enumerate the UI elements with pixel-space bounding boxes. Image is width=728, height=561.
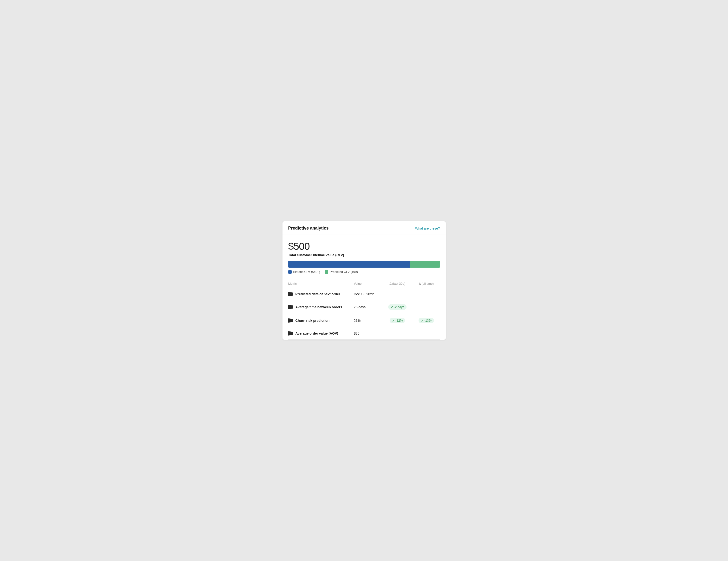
- metric-delta-alltime: [413, 300, 440, 314]
- arrow-icon: ↗: [392, 319, 394, 322]
- metrics-table: Metric Value Δ (last 30d) Δ (all-time) P…: [288, 279, 440, 340]
- metric-name-cell: Churn risk prediction: [288, 314, 352, 327]
- th-delta-30d: Δ (last 30d): [382, 279, 413, 288]
- metric-delta-alltime: ↗ -13%: [413, 314, 440, 327]
- table-row: Churn risk prediction 21% ↗ -12% ↗ -13: [288, 314, 440, 327]
- progress-historic-segment: [288, 261, 410, 268]
- legend-label-historic: Historic CLV ($401): [293, 270, 320, 274]
- metric-value: $35: [352, 327, 382, 340]
- arrow-icon: ↗: [391, 305, 393, 309]
- table-body: Predicted date of next order Dec 19, 202…: [288, 288, 440, 340]
- clv-progress-bar: [288, 261, 440, 268]
- metric-delta-30d: ↗ -2 days: [382, 300, 413, 314]
- clv-legend: Historic CLV ($401) Predicted CLV ($99): [288, 270, 440, 274]
- th-value: Value: [352, 279, 382, 288]
- metric-value: 75 days: [352, 300, 382, 314]
- metric-name-cell: Predicted date of next order: [288, 288, 352, 300]
- table-header-row: Metric Value Δ (last 30d) Δ (all-time): [288, 279, 440, 288]
- metric-label: Average time between orders: [295, 305, 342, 309]
- delta-badge: ↗ -12%: [390, 318, 405, 323]
- metric-label: Average order value (AOV): [295, 331, 338, 335]
- delta-badge: ↗ -2 days: [388, 304, 407, 310]
- th-delta-alltime: Δ (all-time): [413, 279, 440, 288]
- delta-badge-alltime: ↗ -13%: [419, 318, 434, 323]
- metric-delta-30d: [382, 288, 413, 300]
- progress-predicted-segment: [410, 261, 440, 268]
- metric-label: Churn risk prediction: [295, 319, 330, 323]
- clv-label: Total customer lifetime value (CLV): [288, 253, 440, 257]
- legend-item-historic: Historic CLV ($401): [288, 270, 320, 274]
- metric-icon: [288, 331, 293, 336]
- help-link[interactable]: What are these?: [415, 226, 440, 230]
- metric-delta-alltime: [413, 327, 440, 340]
- legend-color-historic: [288, 270, 292, 274]
- badge-value: -12%: [395, 319, 403, 322]
- metric-icon: [288, 292, 293, 296]
- metric-name-cell: Average order value (AOV): [288, 327, 352, 340]
- badge-value: -13%: [424, 319, 432, 322]
- metric-delta-30d: ↗ -12%: [382, 314, 413, 327]
- card-body: $500 Total customer lifetime value (CLV)…: [282, 235, 446, 340]
- clv-amount: $500: [288, 241, 440, 252]
- card-header: Predictive analytics What are these?: [282, 221, 446, 235]
- table-row: Average order value (AOV) $35: [288, 327, 440, 340]
- table-row: Predicted date of next order Dec 19, 202…: [288, 288, 440, 300]
- card-title: Predictive analytics: [288, 226, 329, 231]
- arrow-icon: ↗: [421, 319, 423, 322]
- metric-name-cell: Average time between orders: [288, 300, 352, 314]
- metric-delta-30d: [382, 327, 413, 340]
- badge-value: -2 days: [394, 305, 404, 309]
- table-row: Average time between orders 75 days ↗ -2…: [288, 300, 440, 314]
- metric-label: Predicted date of next order: [295, 292, 340, 296]
- metric-value: Dec 19, 2022: [352, 288, 382, 300]
- legend-label-predicted: Predicted CLV ($99): [330, 270, 358, 274]
- predictive-analytics-card: Predictive analytics What are these? $50…: [282, 221, 446, 340]
- legend-color-predicted: [325, 270, 328, 274]
- metric-icon: [288, 318, 293, 323]
- metric-delta-alltime: [413, 288, 440, 300]
- legend-item-predicted: Predicted CLV ($99): [325, 270, 358, 274]
- th-metric: Metric: [288, 279, 352, 288]
- metric-icon: [288, 305, 293, 309]
- metric-value: 21%: [352, 314, 382, 327]
